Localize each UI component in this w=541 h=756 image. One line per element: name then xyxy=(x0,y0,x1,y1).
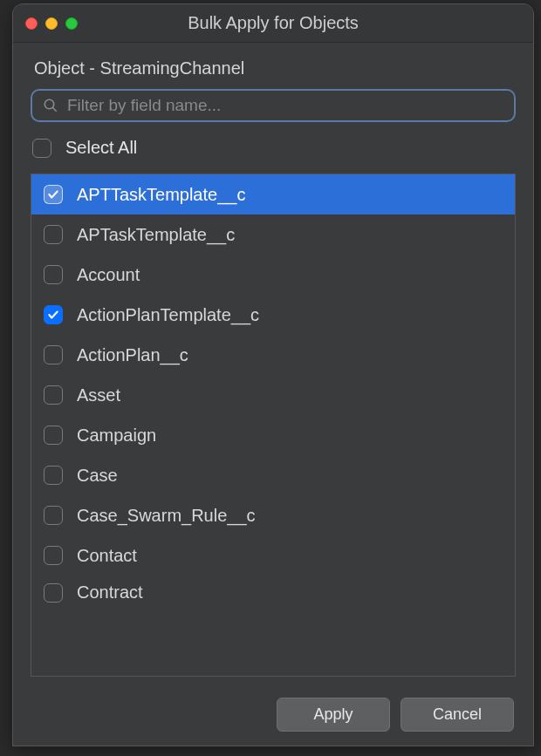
list-item-label: Campaign xyxy=(77,426,156,446)
list-item[interactable]: Contract xyxy=(31,576,515,603)
select-all-checkbox[interactable] xyxy=(32,139,51,158)
list-item-label: ActionPlanTemplate__c xyxy=(77,305,259,325)
traffic-lights xyxy=(13,17,78,30)
list-item-checkbox[interactable] xyxy=(44,583,63,603)
apply-button[interactable]: Apply xyxy=(277,698,390,732)
list-item-label: Case xyxy=(77,466,118,486)
content-area: Object - StreamingChannel Select All APT… xyxy=(13,43,533,687)
list-item[interactable]: Case xyxy=(31,455,515,495)
svg-line-1 xyxy=(52,107,57,112)
list-item[interactable]: ActionPlan__c xyxy=(31,335,515,375)
list-item-label: Contract xyxy=(77,582,143,603)
list-item-label: Account xyxy=(77,265,140,285)
window-title: Bulk Apply for Objects xyxy=(188,13,359,33)
list-item[interactable]: ActionPlanTemplate__c xyxy=(31,295,515,335)
check-icon xyxy=(47,309,59,321)
list-item[interactable]: Contact xyxy=(31,535,515,576)
maximize-icon[interactable] xyxy=(65,17,78,30)
titlebar: Bulk Apply for Objects xyxy=(13,4,533,43)
search-icon xyxy=(43,98,58,113)
list-item-label: Asset xyxy=(77,385,120,405)
list-item-checkbox[interactable] xyxy=(44,345,63,364)
select-all-row[interactable]: Select All xyxy=(31,133,516,163)
list-item-checkbox[interactable] xyxy=(44,466,63,485)
list-item[interactable]: Case_Swarm_Rule__c xyxy=(31,495,515,535)
field-list[interactable]: APTTaskTemplate__cAPTaskTemplate__cAccou… xyxy=(31,174,516,677)
check-icon xyxy=(47,188,59,201)
list-item[interactable]: APTaskTemplate__c xyxy=(31,215,515,255)
svg-point-0 xyxy=(45,99,54,109)
list-item-label: Contact xyxy=(77,546,137,566)
list-item-checkbox[interactable] xyxy=(44,385,63,405)
button-row: Apply Cancel xyxy=(13,687,533,746)
list-item-checkbox[interactable] xyxy=(44,305,63,324)
list-item-checkbox[interactable] xyxy=(44,265,63,284)
cancel-button[interactable]: Cancel xyxy=(401,698,514,732)
list-item-label: APTTaskTemplate__c xyxy=(77,185,245,205)
list-item[interactable]: Asset xyxy=(31,375,515,415)
search-input[interactable] xyxy=(67,96,503,115)
minimize-icon[interactable] xyxy=(45,17,58,30)
list-item-label: Case_Swarm_Rule__c xyxy=(77,506,256,526)
close-icon[interactable] xyxy=(25,17,38,30)
list-item-label: APTaskTemplate__c xyxy=(77,225,235,245)
list-item-checkbox[interactable] xyxy=(44,506,63,525)
list-item-checkbox[interactable] xyxy=(44,546,63,565)
list-item[interactable]: APTTaskTemplate__c xyxy=(31,174,515,215)
list-item-checkbox[interactable] xyxy=(44,185,63,204)
list-item-label: ActionPlan__c xyxy=(77,345,188,365)
object-subtitle: Object - StreamingChannel xyxy=(31,58,516,78)
list-item-checkbox[interactable] xyxy=(44,225,63,244)
select-all-label: Select All xyxy=(65,138,137,158)
list-item[interactable]: Campaign xyxy=(31,415,515,455)
search-box[interactable] xyxy=(31,89,516,122)
list-item[interactable]: Account xyxy=(31,255,515,295)
dialog-window: Bulk Apply for Objects Object - Streamin… xyxy=(12,3,534,746)
list-item-checkbox[interactable] xyxy=(44,426,63,445)
